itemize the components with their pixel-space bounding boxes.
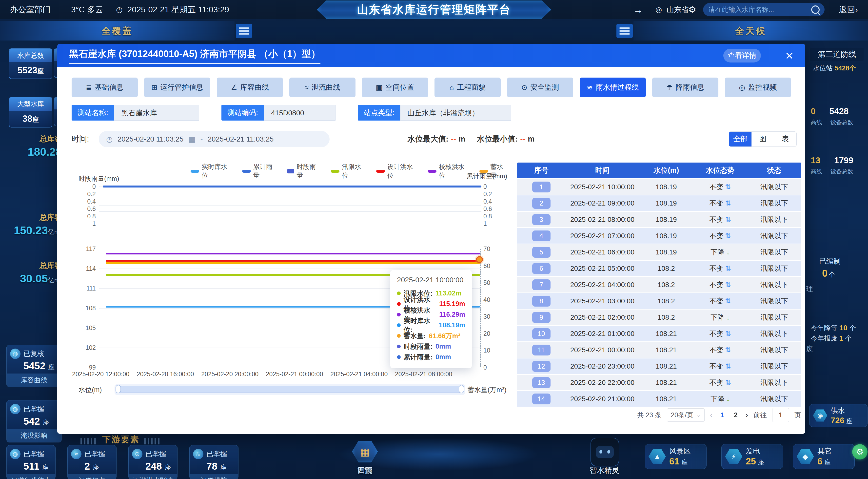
modal-tab[interactable]: ◎ 监控视频	[725, 78, 791, 97]
series-dot-icon	[397, 302, 401, 306]
tab-icon: ⊙	[521, 83, 527, 92]
seq-badge: 2	[532, 198, 551, 209]
modal-tab[interactable]: ≈ 泄流曲线	[289, 78, 355, 97]
time-range-picker[interactable]: ◷ 2025-02-20 11:03:25 ▦ - 2025-02-21 11:…	[99, 131, 330, 147]
view-detail-button[interactable]: 查看详情	[723, 49, 761, 62]
legend-label: 设计洪水位	[388, 162, 418, 180]
left-panel-header: 全覆盖	[0, 21, 235, 40]
table-row[interactable]: 12 2025-02-20 23:00:00 108.21 不变⇅ 汛限以下	[517, 358, 801, 374]
legend-item[interactable]: 汛限水位	[331, 162, 367, 180]
slider-handle-left[interactable]	[116, 385, 121, 393]
modal-tab[interactable]: ☂ 降雨信息	[652, 78, 718, 97]
axis-tick: 2025-02-20 20:00:00	[201, 370, 258, 378]
card-inundation[interactable]: ◍ 已掌握 542 座 淹没影响	[6, 400, 62, 443]
back-button[interactable]: 返回›	[839, 0, 858, 19]
cell-trend: 下降	[711, 394, 724, 403]
table-row[interactable]: 2 2025-02-21 09:00:00 108.19 不变⇅ 汛限以下	[517, 196, 801, 211]
table-row[interactable]: 7 2025-02-21 04:00:00 108.2 不变⇅ 汛限以下	[517, 277, 801, 293]
downstream-card[interactable]: ◍ 已掌握 511 座 河道行洪能力	[6, 445, 56, 479]
axis-tick: 10	[484, 347, 490, 354]
region-label[interactable]: 山东省	[666, 0, 689, 19]
downstream-card[interactable]: ⊙ 已掌握 248 座 下游洪水影响	[128, 445, 178, 479]
card-other[interactable]: ◆ 其它 6座	[793, 444, 855, 469]
prev-page-button[interactable]: ‹	[710, 411, 712, 419]
rain-chart-plot	[99, 186, 482, 217]
table-row[interactable]: 10 2025-02-21 01:00:00 108.21 不变⇅ 汛限以下	[517, 326, 801, 341]
station-code-value[interactable]: 415D0800	[264, 105, 336, 121]
view-mode-button[interactable]: 表	[774, 132, 797, 147]
gear-icon[interactable]: ⚙	[688, 0, 696, 19]
right-panel-title: 全天候	[735, 25, 766, 37]
table-row[interactable]: 6 2025-02-21 05:00:00 108.2 不变⇅ 汛限以下	[517, 261, 801, 276]
tab-icon: ≣	[86, 83, 92, 92]
nav-glow	[296, 439, 580, 478]
table-row[interactable]: 11 2025-02-21 00:00:00 108.21 不变⇅ 汛限以下	[517, 342, 801, 358]
downstream-card[interactable]: ≈ 已掌握 2 座 河道侵占	[67, 445, 117, 479]
station-name-value[interactable]: 黑石崖水库	[114, 105, 199, 121]
card-capacity-curve[interactable]: ◍ 已复核 5452 座 库容曲线	[6, 345, 62, 387]
page-number[interactable]: 1	[718, 411, 727, 419]
legend-marker	[428, 170, 436, 173]
downstream-cards: ◍ 已掌握 511 座 河道行洪能力 ≈ 已掌握 2 座 河道侵占 ⊙ 已掌握 …	[6, 445, 239, 479]
table-row[interactable]: 8 2025-02-21 03:00:00 108.2 不变⇅ 汛限以下	[517, 293, 801, 309]
table-row[interactable]: 13 2025-02-20 22:00:00 108.21 不变⇅ 汛限以下	[517, 375, 801, 390]
water-level-min: 水位最小值: -- m	[477, 131, 535, 147]
legend-item[interactable]: 校核洪水位	[428, 162, 470, 180]
card-scenic[interactable]: ▲ 风景区 61座	[645, 444, 707, 469]
next-page-button[interactable]: ›	[746, 411, 748, 419]
capacity-stat-3: 总库容 30.05亿m³	[10, 261, 62, 285]
time-label: 时间:	[71, 131, 89, 147]
table-row[interactable]: 5 2025-02-21 06:00:00 108.19 下降↓ 汛限以下	[517, 244, 801, 260]
modal-tab[interactable]: ▣ 空间位置	[362, 78, 428, 97]
legend-item[interactable]: 时段雨量	[287, 162, 321, 180]
close-icon[interactable]: ×	[785, 47, 794, 65]
cell-trend: 不变	[710, 215, 723, 224]
green-app-badge[interactable]: ⚙	[852, 444, 868, 459]
page-size-select[interactable]: 20条/页 ⌄	[667, 408, 705, 422]
seq-badge: 10	[532, 328, 551, 339]
table-row[interactable]: 9 2025-02-21 02:00:00 108.2 下降↓ 汛限以下	[517, 309, 801, 325]
station-type-value[interactable]: 山丘水库（非溢流坝）	[400, 105, 511, 121]
goto-page-input[interactable]	[772, 408, 789, 422]
modal-tab[interactable]: ⊞ 运行管护信息	[144, 78, 210, 97]
axis-tick: 20	[484, 330, 490, 337]
legend-item[interactable]: 实时库水位	[191, 162, 233, 180]
table-row[interactable]: 1 2025-02-21 10:00:00 108.19 不变⇅ 汛限以下	[517, 179, 801, 194]
legend-item[interactable]: 设计洪水位	[376, 162, 418, 180]
station-code-label: 测站编码:	[221, 105, 264, 121]
downstream-card[interactable]: ≋ 已掌握 78 座 河道堤防	[189, 445, 239, 479]
card-power[interactable]: ⚡ 发电 25座	[721, 444, 783, 469]
view-mode-button[interactable]: 全部	[729, 132, 751, 147]
table-row[interactable]: 14 2025-02-20 21:00:00 108.21 下降↓ 汛限以下	[517, 391, 801, 407]
modal-tab[interactable]: ≋ 雨水情过程线	[580, 78, 646, 97]
table-row[interactable]: 4 2025-02-21 07:00:00 108.19 不变⇅ 汛限以下	[517, 228, 801, 244]
right-panel-menu-icon[interactable]	[616, 24, 633, 38]
search-icon[interactable]	[811, 5, 819, 14]
page-number[interactable]: 2	[731, 411, 740, 419]
tab-icon: ◎	[739, 83, 745, 92]
device-stat-pair: 0 5428 高线 设备总数	[811, 106, 868, 126]
modal-tab[interactable]: ⊙ 安全监测	[507, 78, 573, 97]
card-icon: ◍	[10, 449, 21, 459]
arrow-icon[interactable]: →	[633, 0, 643, 19]
slider-handle-right[interactable]	[459, 385, 464, 393]
left-panel-menu-icon[interactable]	[236, 24, 252, 38]
modal-tab[interactable]: ⌂ 工程面貌	[434, 78, 501, 97]
view-mode-button[interactable]: 图	[751, 132, 774, 147]
legend-marker	[242, 170, 251, 173]
datazoom-slider[interactable]	[115, 384, 465, 395]
modal-tab[interactable]: ≣ 基础信息	[71, 78, 138, 97]
axis-tick: 1	[484, 220, 487, 227]
ai-assistant-button[interactable]	[591, 438, 619, 467]
table-row[interactable]: 3 2025-02-21 08:00:00 108.19 不变⇅ 汛限以下	[517, 212, 801, 227]
modal-tabs: ≣ 基础信息 ⊞ 运行管护信息 ∠ 库容曲线 ≈ 泄流曲线 ▣ 空间位置	[71, 78, 791, 97]
reservoir-icon: ◍	[10, 404, 21, 414]
slider-selection[interactable]	[117, 386, 463, 393]
modal-tab[interactable]: ∠ 库容曲线	[217, 78, 283, 97]
legend-item[interactable]: 累计雨量	[242, 162, 278, 180]
card-water-supply[interactable]: ◉ 供水 726座	[809, 404, 868, 427]
search-input[interactable]	[708, 6, 811, 14]
cell-status: 汛限以下	[747, 261, 801, 276]
cell-time: 2025-02-20 22:00:00	[566, 375, 640, 390]
card-icon: ≈	[71, 449, 82, 459]
